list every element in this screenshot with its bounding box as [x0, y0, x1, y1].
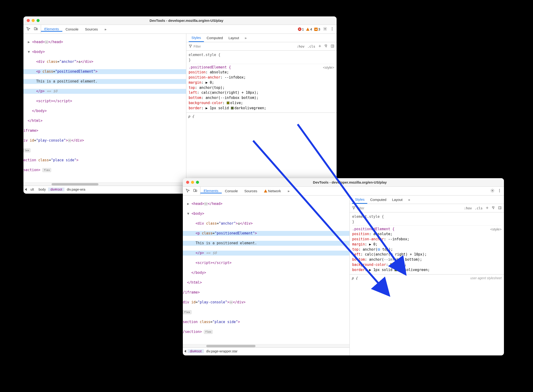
tab-elements[interactable]: Elements — [200, 189, 222, 193]
elements-tree[interactable]: ▶ <head>⋯</head> ▼ <body> <div class="an… — [23, 34, 186, 194]
close-icon[interactable] — [186, 181, 189, 184]
svg-point-4 — [332, 29, 333, 29]
styles-pane: Styles Computed Layout » Filter :hov .cl… — [350, 196, 504, 355]
svg-rect-9 — [194, 189, 195, 192]
window-title: DevTools - developer.mozilla.org/en-US/p… — [40, 19, 333, 23]
svg-point-3 — [332, 27, 333, 28]
minimize-icon[interactable] — [32, 19, 35, 22]
warning-count[interactable]: 4 — [306, 28, 312, 31]
tab-console[interactable]: Console — [222, 189, 241, 193]
panel-tabbar: Elements Console Sources » ✕1 4 ■3 — [23, 25, 337, 34]
svg-rect-0 — [34, 28, 36, 30]
titlebar[interactable]: DevTools - developer.mozilla.org/en-US/p… — [23, 16, 337, 25]
kebab-icon[interactable] — [497, 188, 502, 193]
styles-pane: Styles Computed Layout » Filter :hov .cl… — [186, 34, 337, 194]
kebab-icon[interactable] — [330, 27, 334, 32]
svg-rect-6 — [325, 45, 327, 46]
maximize-icon[interactable] — [196, 181, 199, 184]
h-scrollbar[interactable] — [183, 344, 349, 347]
elements-tree[interactable]: ▶ <head>⋯</head> ▼ <body> <div class="an… — [183, 196, 350, 355]
filter-input[interactable]: Filter — [350, 206, 464, 210]
paint-icon[interactable] — [324, 44, 328, 49]
styles-footer: p { — [186, 112, 337, 120]
tab-elements[interactable]: Elements — [41, 27, 62, 32]
issue-count[interactable]: ■3 — [314, 28, 320, 31]
devtools-window-2: DevTools - developer.mozilla.org/en-US/p… — [183, 178, 504, 355]
svg-point-14 — [499, 191, 500, 192]
devtools-window-1: DevTools - developer.mozilla.org/en-US/p… — [23, 16, 337, 194]
close-icon[interactable] — [27, 19, 30, 22]
styles-rules[interactable]: element.style { } <style> .positionedEle… — [350, 212, 504, 274]
svg-rect-7 — [331, 45, 334, 47]
svg-point-11 — [492, 190, 493, 191]
funnel-icon — [352, 206, 356, 210]
crumb-prev-icon[interactable] — [184, 350, 186, 353]
breadcrumb[interactable]: div#root div.page-wrapper.star — [183, 347, 349, 355]
device-icon[interactable] — [193, 188, 197, 193]
anchor-link-icon[interactable]: ⧉ — [390, 252, 393, 257]
panel-icon[interactable] — [498, 206, 502, 210]
tab-sources[interactable]: Sources — [82, 27, 101, 31]
styles-footer: p { user agent stylesheet — [350, 274, 504, 281]
stab-more-icon[interactable]: » — [242, 34, 249, 42]
style-source-link[interactable]: <style> — [490, 227, 502, 232]
inspect-icon[interactable] — [186, 188, 190, 193]
panel-icon[interactable] — [331, 44, 334, 49]
maximize-icon[interactable] — [37, 19, 40, 22]
tab-styles[interactable]: Styles — [352, 196, 367, 204]
tab-layout[interactable]: Layout — [389, 196, 405, 204]
cls-toggle[interactable]: .cls — [307, 45, 315, 48]
cls-toggle[interactable]: .cls — [475, 206, 483, 210]
paint-icon[interactable] — [492, 206, 495, 210]
svg-point-2 — [325, 28, 326, 29]
svg-point-13 — [499, 190, 500, 191]
tab-more-icon[interactable]: » — [101, 27, 110, 31]
hov-toggle[interactable]: :hov — [297, 45, 305, 48]
tab-network[interactable]: Network — [261, 189, 284, 193]
stab-more-icon[interactable]: » — [405, 196, 413, 204]
inspect-icon[interactable] — [26, 27, 30, 32]
tab-computed[interactable]: Computed — [367, 196, 389, 204]
h-scrollbar[interactable] — [23, 182, 186, 186]
titlebar[interactable]: DevTools - developer.mozilla.org/en-US/p… — [183, 178, 504, 187]
anchor-link-icon[interactable]: ⧉ — [378, 247, 380, 252]
gear-icon[interactable] — [490, 188, 495, 193]
new-style-icon[interactable] — [485, 206, 489, 210]
style-source-link[interactable]: <style> — [323, 65, 334, 70]
styles-rules[interactable]: element.style { } <style> .positionedEle… — [186, 51, 337, 112]
crumb-prev-icon[interactable] — [25, 188, 27, 191]
svg-point-5 — [332, 30, 333, 30]
window-title: DevTools - developer.mozilla.org/en-US/p… — [199, 180, 501, 184]
hov-toggle[interactable]: :hov — [464, 206, 472, 210]
svg-point-12 — [499, 189, 500, 190]
panel-tabbar: Elements Console Sources Network » — [183, 187, 504, 196]
new-style-icon[interactable] — [318, 44, 322, 49]
tab-sources[interactable]: Sources — [241, 189, 261, 193]
tab-computed[interactable]: Computed — [204, 34, 226, 42]
svg-rect-1 — [36, 28, 37, 30]
tab-more-icon[interactable]: » — [284, 189, 293, 193]
svg-rect-10 — [196, 190, 197, 192]
svg-rect-16 — [499, 206, 501, 209]
tab-console[interactable]: Console — [62, 27, 82, 31]
gear-icon[interactable] — [323, 27, 327, 32]
svg-rect-15 — [492, 206, 494, 207]
device-icon[interactable] — [34, 27, 38, 32]
tab-layout[interactable]: Layout — [226, 34, 242, 42]
breadcrumb[interactable]: ult body div#root div.page-wra — [23, 186, 186, 193]
funnel-icon — [189, 44, 192, 49]
error-count[interactable]: ✕1 — [298, 28, 304, 31]
minimize-icon[interactable] — [191, 181, 194, 184]
filter-input[interactable]: Filter — [186, 44, 297, 49]
tab-styles[interactable]: Styles — [189, 34, 204, 42]
